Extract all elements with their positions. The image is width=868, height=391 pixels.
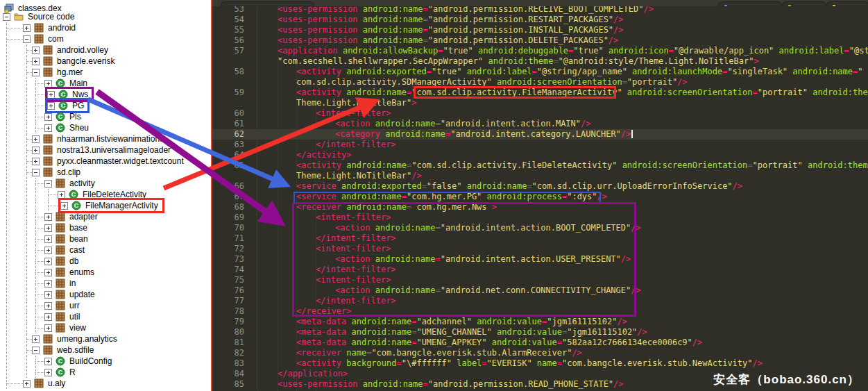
- expand-icon[interactable]: [44, 113, 52, 121]
- tree-row[interactable]: android.volley: [0, 44, 211, 56]
- tree-row[interactable]: CPG: [0, 100, 211, 111]
- tree-row[interactable]: umeng.analytics: [0, 333, 211, 344]
- collapse-icon[interactable]: [32, 69, 40, 76]
- tree-row[interactable]: nhaarman.listviewanimations: [0, 133, 211, 144]
- editor-tab[interactable]: [826, 1, 868, 6]
- code-editor[interactable]: 53<uses-permission android:name="android…: [212, 0, 868, 391]
- code-line[interactable]: Theme.Light.NoTitleBar">: [212, 98, 868, 108]
- code-line[interactable]: 54<uses-permission android:name="android…: [212, 15, 868, 25]
- expand-icon[interactable]: [44, 124, 52, 132]
- code-line[interactable]: 77</intent-filter>: [212, 296, 868, 306]
- tree-row[interactable]: CR: [0, 367, 211, 378]
- code-line[interactable]: 73<action android:name="android.intent.a…: [212, 254, 868, 265]
- tree-row[interactable]: hg.mer: [0, 67, 211, 78]
- tree-row[interactable]: pyxx.cleanmaster.widget.textcount: [0, 156, 211, 167]
- code-line[interactable]: 72<intent-filter>: [212, 244, 868, 254]
- panel-splitter[interactable]: [211, 0, 212, 391]
- code-line[interactable]: 61<action android:name="android.intent.a…: [212, 119, 868, 129]
- tree-row[interactable]: CNws: [0, 89, 211, 100]
- expand-icon[interactable]: [44, 80, 52, 88]
- expand-icon[interactable]: [32, 135, 40, 143]
- code-line[interactable]: 70<action android:name="android.intent.a…: [212, 223, 868, 233]
- code-line[interactable]: 82<receiver name="com.bangcle.everisk.st…: [212, 348, 868, 358]
- code-line[interactable]: 64</activity>: [212, 150, 868, 160]
- code-line[interactable]: 58<activity android:exported="true" andr…: [212, 67, 868, 77]
- tree-row[interactable]: nostra13.universalimageloader: [0, 144, 211, 156]
- code-line[interactable]: Theme.Light.NoTitleBar"/>: [212, 171, 868, 181]
- expand-icon[interactable]: [23, 380, 31, 388]
- tree-row[interactable]: urr: [0, 300, 211, 311]
- expand-icon[interactable]: [44, 358, 52, 365]
- code-line[interactable]: com.sd.clip.activity.SDManagerActivity" …: [212, 77, 868, 88]
- expand-icon[interactable]: [32, 147, 40, 154]
- expand-icon[interactable]: [44, 291, 52, 299]
- tree-row[interactable]: bangcle.everisk: [0, 56, 211, 67]
- tree-row[interactable]: CSheu: [0, 122, 211, 133]
- tree-row[interactable]: bean: [0, 233, 211, 244]
- code-line[interactable]: 76<action android:name="android.net.conn…: [212, 285, 868, 296]
- code-line[interactable]: 56<uses-permission android:name="android…: [212, 35, 868, 46]
- code-line[interactable]: 67<service android:name="com.hg.mer.PG" …: [212, 192, 868, 202]
- tree-row[interactable]: Source code: [0, 11, 211, 22]
- expand-icon[interactable]: [44, 224, 52, 232]
- code-line[interactable]: 74</intent-filter>: [212, 265, 868, 275]
- code-line[interactable]: 83<activity background="\#ffffff" label=…: [212, 358, 868, 369]
- expand-icon[interactable]: [32, 58, 40, 65]
- tree-row[interactable]: cast: [0, 244, 211, 256]
- editor-tab[interactable]: [221, 1, 314, 6]
- tree-row[interactable]: android: [0, 22, 211, 33]
- expand-icon[interactable]: [23, 24, 31, 32]
- code-line[interactable]: 78</receiver>: [212, 306, 868, 317]
- tree-row[interactable]: util: [0, 311, 211, 322]
- expand-icon[interactable]: [60, 202, 68, 210]
- code-line[interactable]: 79<meta-data android:name="adchannel" an…: [212, 317, 868, 327]
- tree-row[interactable]: sd.clip: [0, 167, 211, 178]
- code-line[interactable]: 68<receiver android:name= com.hg.mer.Nws…: [212, 202, 868, 213]
- expand-icon[interactable]: [44, 213, 52, 221]
- tree-row[interactable]: db: [0, 256, 211, 267]
- code-line[interactable]: 59<activity android:name="com.sd.clip.ac…: [212, 88, 868, 98]
- code-line[interactable]: 63</intent-filter>: [212, 140, 868, 150]
- code-line[interactable]: 71</intent-filter>: [212, 233, 868, 244]
- expand-icon[interactable]: [44, 280, 52, 288]
- tree-row[interactable]: CMain: [0, 78, 211, 89]
- code-line[interactable]: 55<uses-permission android:name="android…: [212, 25, 868, 35]
- expand-icon[interactable]: [44, 247, 52, 254]
- editor-tab[interactable]: [782, 1, 826, 6]
- tree-row[interactable]: CBuildConfig: [0, 356, 211, 367]
- collapse-icon[interactable]: [3, 13, 10, 21]
- tree-row[interactable]: update: [0, 289, 211, 300]
- collapse-icon[interactable]: [23, 35, 31, 43]
- tree-row[interactable]: adapter: [0, 211, 211, 222]
- collapse-icon[interactable]: [32, 169, 40, 176]
- code-line[interactable]: 57<application android:allowBackup="true…: [212, 46, 868, 56]
- tree-row[interactable]: CPls: [0, 111, 211, 122]
- code-line-current[interactable]: 62<category android:name="android.intent…: [212, 129, 868, 140]
- expand-icon[interactable]: [32, 158, 40, 165]
- code-line[interactable]: "com.secshell.shellwrapper.SecAppWrapper…: [212, 56, 868, 67]
- editor-tab[interactable]: [718, 1, 782, 6]
- expand-icon[interactable]: [44, 324, 52, 332]
- code-line[interactable]: 75<intent-filter>: [212, 275, 868, 285]
- tree-row[interactable]: in: [0, 278, 211, 289]
- code-line[interactable]: 66<service android:exported="false" andr…: [212, 181, 868, 192]
- expand-icon[interactable]: [44, 369, 52, 376]
- expand-icon[interactable]: [58, 191, 65, 199]
- expand-icon[interactable]: [47, 102, 55, 110]
- tree-row[interactable]: u.aly: [0, 378, 211, 389]
- tree-row[interactable]: classes.dex: [0, 0, 211, 11]
- code-line[interactable]: 65<activity android:name="com.sd.clip.ac…: [212, 160, 868, 171]
- tree-row[interactable]: enums: [0, 267, 211, 278]
- tree-row[interactable]: base: [0, 222, 211, 233]
- code-line[interactable]: 81<meta-data android:name="UMENG_APPKEY"…: [212, 338, 868, 348]
- tree-row[interactable]: com: [0, 33, 211, 44]
- expand-icon[interactable]: [32, 335, 40, 343]
- code-line[interactable]: 69<intent-filter>: [212, 213, 868, 223]
- tree-row[interactable]: activity: [0, 178, 211, 189]
- expand-icon[interactable]: [44, 269, 52, 276]
- expand-icon[interactable]: [47, 91, 55, 99]
- collapse-icon[interactable]: [44, 180, 52, 188]
- tree-row[interactable]: CFileManagerActivity: [0, 200, 211, 211]
- expand-icon[interactable]: [44, 258, 52, 265]
- project-tree-panel[interactable]: classes.dexSource codeandroidcomandroid.…: [0, 0, 211, 391]
